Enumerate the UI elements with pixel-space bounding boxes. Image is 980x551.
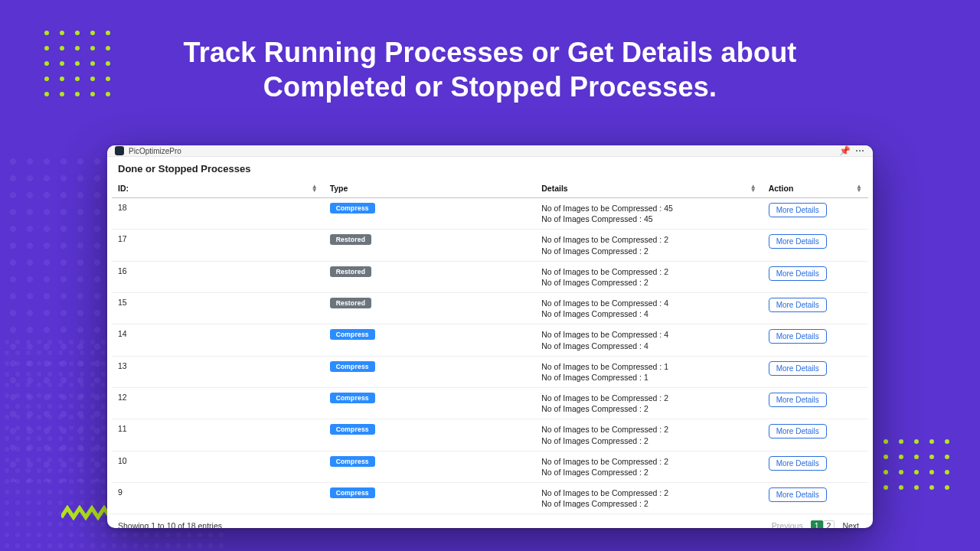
cell-id: 11 — [112, 419, 324, 451]
cell-type: Compress — [324, 324, 536, 356]
more-details-button[interactable]: More Details — [769, 234, 827, 249]
pager: Previous 12 Next — [769, 519, 862, 528]
cell-action: More Details — [763, 230, 868, 261]
pager-page[interactable]: 1 — [811, 520, 823, 528]
compress-badge: Compress — [330, 203, 375, 214]
entries-summary: Showing 1 to 10 of 18 entries — [118, 521, 222, 528]
titlebar: PicOptimizePro 📌 ⋯ — [107, 145, 873, 157]
app-window: PicOptimizePro 📌 ⋯ Done or Stopped Proce… — [107, 145, 873, 528]
restored-badge: Restored — [330, 234, 371, 245]
cell-details: No of Images to be Compressed : 2No of I… — [535, 230, 762, 261]
cell-action: More Details — [763, 293, 868, 324]
cell-details: No of Images to be Compressed : 45No of … — [535, 198, 762, 230]
col-header-id[interactable]: ID: ▲▼ — [112, 179, 324, 198]
table-row: 15RestoredNo of Images to be Compressed … — [112, 293, 868, 324]
col-header-details[interactable]: Details ▲▼ — [535, 179, 762, 198]
cell-details: No of Images to be Compressed : 2No of I… — [535, 261, 762, 292]
detail-to-compress: No of Images to be Compressed : 2 — [541, 393, 756, 403]
detail-compressed: No of Images Compressed : 2 — [541, 467, 756, 478]
compress-badge: Compress — [330, 393, 375, 403]
compress-badge: Compress — [330, 424, 375, 435]
cell-action: More Details — [763, 419, 868, 451]
detail-compressed: No of Images Compressed : 4 — [541, 341, 756, 351]
pager-page[interactable]: 2 — [823, 520, 835, 528]
cell-id: 17 — [112, 230, 324, 261]
cell-details: No of Images to be Compressed : 4No of I… — [535, 324, 762, 356]
table-row: 13CompressNo of Images to be Compressed … — [112, 356, 868, 387]
more-details-button[interactable]: More Details — [769, 203, 827, 217]
cell-action: More Details — [763, 451, 868, 482]
headline-line-1: Track Running Processes or Get Details a… — [183, 37, 796, 68]
cell-action: More Details — [763, 324, 868, 356]
pager-prev[interactable]: Previous — [769, 521, 806, 528]
detail-compressed: No of Images Compressed : 1 — [541, 372, 756, 383]
compress-badge: Compress — [330, 487, 375, 498]
marketing-headline: Track Running Processes or Get Details a… — [0, 35, 980, 104]
detail-to-compress: No of Images to be Compressed : 4 — [541, 329, 756, 340]
detail-compressed: No of Images Compressed : 2 — [541, 246, 756, 256]
more-icon[interactable]: ⋯ — [854, 145, 865, 156]
more-details-button[interactable]: More Details — [769, 298, 827, 312]
cell-id: 16 — [112, 261, 324, 292]
section-title: Done or Stopped Processes — [107, 157, 873, 179]
cell-action: More Details — [763, 388, 868, 419]
more-details-button[interactable]: More Details — [769, 424, 827, 439]
col-header-type-label: Type — [330, 184, 348, 193]
table-row: 9CompressNo of Images to be Compressed :… — [112, 483, 868, 514]
app-icon — [115, 146, 124, 155]
more-details-button[interactable]: More Details — [769, 487, 827, 502]
more-details-button[interactable]: More Details — [769, 361, 827, 376]
pin-icon[interactable]: 📌 — [839, 145, 850, 156]
cell-type: Compress — [324, 356, 536, 387]
cell-details: No of Images to be Compressed : 2No of I… — [535, 388, 762, 419]
compress-badge: Compress — [330, 456, 375, 467]
col-header-id-label: ID: — [118, 184, 129, 193]
cell-details: No of Images to be Compressed : 2No of I… — [535, 483, 762, 514]
detail-to-compress: No of Images to be Compressed : 2 — [541, 266, 756, 277]
restored-badge: Restored — [330, 298, 371, 308]
cell-type: Compress — [324, 198, 536, 230]
detail-to-compress: No of Images to be Compressed : 2 — [541, 456, 756, 467]
table-row: 18CompressNo of Images to be Compressed … — [112, 198, 868, 230]
table-row: 14CompressNo of Images to be Compressed … — [112, 324, 868, 356]
detail-to-compress: No of Images to be Compressed : 1 — [541, 361, 756, 372]
more-details-button[interactable]: More Details — [769, 456, 827, 471]
app-title: PicOptimizePro — [129, 147, 181, 155]
cell-type: Compress — [324, 419, 536, 451]
sort-icon: ▲▼ — [856, 184, 862, 193]
detail-compressed: No of Images Compressed : 2 — [541, 498, 756, 509]
col-header-action[interactable]: Action ▲▼ — [763, 179, 868, 198]
cell-type: Compress — [324, 388, 536, 419]
processes-table: ID: ▲▼ Type Details ▲▼ Action ▲▼ — [112, 179, 868, 514]
restored-badge: Restored — [330, 266, 371, 277]
detail-to-compress: No of Images to be Compressed : 2 — [541, 424, 756, 435]
compress-badge: Compress — [330, 361, 375, 372]
detail-compressed: No of Images Compressed : 45 — [541, 214, 756, 224]
detail-compressed: No of Images Compressed : 2 — [541, 277, 756, 288]
table-row: 12CompressNo of Images to be Compressed … — [112, 388, 868, 419]
sort-icon: ▲▼ — [750, 184, 756, 193]
table-row: 11CompressNo of Images to be Compressed … — [112, 419, 868, 451]
cell-type: Restored — [324, 261, 536, 292]
more-details-button[interactable]: More Details — [769, 393, 827, 407]
cell-id: 15 — [112, 293, 324, 324]
cell-id: 18 — [112, 198, 324, 230]
cell-id: 12 — [112, 388, 324, 419]
table-row: 17RestoredNo of Images to be Compressed … — [112, 230, 868, 261]
cell-id: 10 — [112, 451, 324, 482]
sort-icon: ▲▼ — [312, 184, 318, 193]
cell-type: Restored — [324, 230, 536, 261]
pager-next[interactable]: Next — [839, 521, 862, 528]
more-details-button[interactable]: More Details — [769, 266, 827, 281]
cell-details: No of Images to be Compressed : 4No of I… — [535, 293, 762, 324]
cell-action: More Details — [763, 483, 868, 514]
cell-details: No of Images to be Compressed : 2No of I… — [535, 451, 762, 482]
cell-action: More Details — [763, 261, 868, 292]
accent-dot-grid-bottom-right — [868, 439, 949, 490]
detail-to-compress: No of Images to be Compressed : 4 — [541, 298, 756, 308]
detail-compressed: No of Images Compressed : 4 — [541, 308, 756, 319]
col-header-type[interactable]: Type — [324, 179, 536, 198]
cell-action: More Details — [763, 198, 868, 230]
detail-to-compress: No of Images to be Compressed : 45 — [541, 203, 756, 214]
more-details-button[interactable]: More Details — [769, 329, 827, 344]
